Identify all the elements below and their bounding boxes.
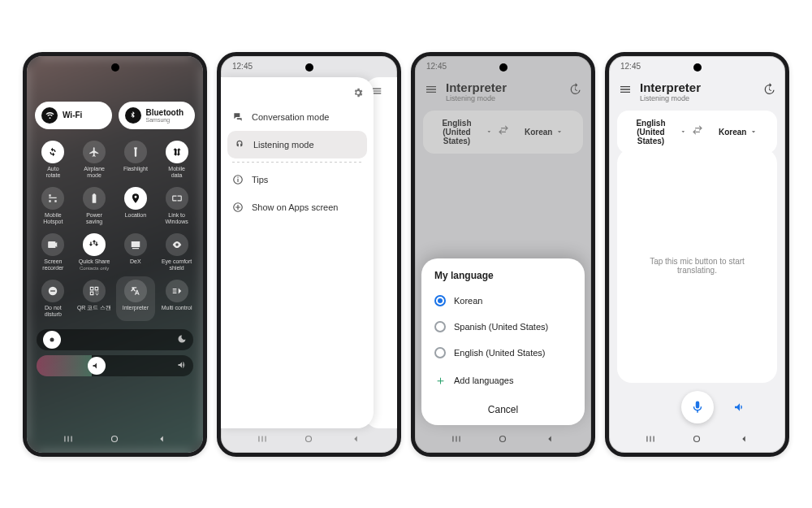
drawer-settings[interactable] (221, 85, 374, 103)
swap-icon[interactable] (692, 124, 703, 139)
bluetooth-pill[interactable]: Bluetooth Samsung (119, 102, 196, 129)
source-language[interactable]: English (United States) (625, 119, 687, 145)
qs-tile-interp[interactable]: Interpreter (116, 276, 156, 321)
qs-tile-label: Mobiledata (168, 166, 185, 179)
phone-language-picker: 12:45 Interpreter Listening mode English… (411, 52, 595, 457)
qs-tile-label: Powersaving (86, 212, 102, 225)
wifi-pill[interactable]: Wi-Fi (35, 102, 112, 129)
qr-icon (83, 280, 106, 302)
radio-icon (434, 295, 446, 306)
recents-button[interactable] (257, 433, 268, 448)
qs-tile-label: MobileHotspot (43, 212, 63, 225)
qs-tile-hotspot[interactable]: MobileHotspot (33, 184, 73, 228)
qs-tile-pin[interactable]: Location (116, 184, 156, 228)
qs-tile-data[interactable]: Mobiledata (157, 137, 197, 182)
qs-tile-dex[interactable]: DeX (116, 230, 156, 275)
camera-cutout (693, 63, 702, 72)
language-bottom-sheet: My language KoreanSpanish (United States… (421, 258, 585, 425)
plus-icon: ＋ (434, 373, 446, 389)
action-buttons (609, 391, 785, 423)
language-card: English (United States) Korean (617, 111, 777, 154)
qs-tile-qr[interactable]: QR 코드 스캔 (75, 276, 114, 321)
recents-button[interactable] (63, 433, 74, 448)
phone-drawer-menu: 12:45 Conversation modeListening modeTip… (217, 52, 401, 457)
language-option[interactable]: Korean (434, 288, 572, 314)
brightness-slider[interactable] (37, 329, 193, 350)
mic-button[interactable] (681, 391, 714, 423)
back-button[interactable] (738, 433, 749, 448)
qs-tile-eye[interactable]: Eye comfortshield (157, 230, 197, 275)
volume-slider[interactable] (37, 355, 193, 376)
qs-tile-label: Location (125, 212, 146, 225)
qs-tile-plane[interactable]: Airplanemode (75, 137, 114, 182)
qs-tile-battery[interactable]: Powersaving (75, 184, 114, 228)
clock: 12:45 (620, 62, 641, 71)
bluetooth-icon (125, 107, 141, 124)
add-languages[interactable]: ＋Add languages (434, 366, 572, 396)
drawer-item[interactable]: Listening mode (227, 131, 367, 158)
volume-knob[interactable] (88, 357, 106, 375)
qs-tile-rotate[interactable]: Autorotate (33, 137, 73, 182)
brightness-knob[interactable] (43, 331, 61, 349)
chevron-down-icon (749, 128, 758, 136)
hamburger-icon[interactable] (619, 83, 632, 99)
listen-icon (234, 139, 245, 150)
qs-tile-label: Link toWindows (165, 212, 188, 225)
multi-icon (166, 280, 188, 302)
dnd-icon (41, 280, 64, 302)
qs-tile-label: Interpreter (123, 305, 149, 318)
history-icon[interactable] (762, 83, 775, 99)
drawer-item-label: Conversation mode (252, 112, 329, 122)
camera-cutout (111, 63, 119, 72)
chevron-down-icon (680, 128, 687, 136)
drawer-item[interactable]: Conversation mode (221, 103, 374, 131)
torch-icon (124, 141, 147, 163)
rec-icon (41, 233, 64, 256)
qs-tile-dnd[interactable]: Do notdisturb (33, 276, 73, 321)
recents-button[interactable] (451, 433, 462, 448)
svg-rect-5 (237, 176, 238, 177)
qs-tile-label: Eye comfortshield (162, 258, 192, 271)
drawer-item[interactable]: Tips (221, 166, 374, 193)
add-icon (232, 202, 244, 213)
speaker-button[interactable] (728, 396, 751, 419)
android-navbar (609, 428, 785, 453)
qs-tile-label: Screenrecorder (42, 258, 63, 271)
radio-icon (434, 347, 446, 358)
android-navbar (221, 428, 397, 453)
android-navbar (415, 428, 591, 453)
home-button[interactable] (691, 433, 702, 448)
language-option[interactable]: Spanish (United States) (434, 314, 572, 340)
cancel-button[interactable]: Cancel (434, 396, 572, 420)
qs-tile-torch[interactable]: Flashlight (116, 137, 156, 182)
tips-icon (232, 174, 244, 185)
interp-icon (124, 280, 147, 302)
dex-icon (124, 233, 147, 256)
radio-icon (434, 321, 446, 332)
language-option[interactable]: English (United States) (434, 340, 572, 366)
volume-icon[interactable] (177, 358, 187, 373)
home-button[interactable] (497, 433, 508, 448)
dark-mode-icon[interactable] (177, 332, 187, 347)
battery-icon (83, 187, 106, 210)
home-button[interactable] (109, 433, 120, 448)
wifi-icon (41, 107, 58, 124)
back-button[interactable] (350, 433, 361, 448)
qs-tile-link[interactable]: Link toWindows (157, 184, 197, 228)
qs-tile-multi[interactable]: Multi control (157, 276, 197, 321)
home-button[interactable] (303, 433, 314, 448)
drawer-item[interactable]: Show on Apps screen (221, 193, 374, 221)
qs-tile-share[interactable]: Quick ShareContacts only (75, 230, 114, 275)
back-button[interactable] (544, 433, 555, 448)
eye-icon (166, 233, 188, 256)
target-language[interactable]: Korean (708, 128, 770, 137)
android-navbar (27, 428, 203, 453)
recents-button[interactable] (645, 433, 656, 448)
back-button[interactable] (156, 433, 167, 448)
camera-cutout (305, 63, 313, 72)
page-title: Interpreter (640, 80, 754, 94)
pin-icon (124, 187, 147, 210)
camera-cutout (499, 63, 508, 72)
qs-tile-label: Multi control (162, 305, 192, 318)
qs-tile-rec[interactable]: Screenrecorder (33, 230, 73, 275)
